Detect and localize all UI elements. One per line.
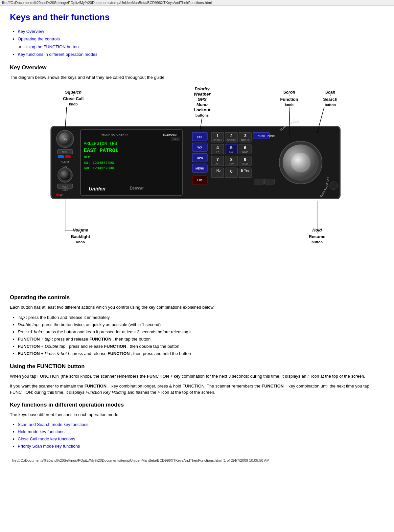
modes-intro: The keys have different functions in eac… (10, 411, 384, 418)
svg-text:button: button (311, 240, 322, 244)
svg-text:Squelch: Squelch (65, 90, 81, 95)
list-item-priority-scan: Priority Scan mode key functions (18, 443, 384, 450)
svg-text:Scan: Scan (325, 90, 335, 95)
svg-text:SRCH 2: SRCH 2 (227, 139, 236, 141)
svg-text:PUSH: PUSH (62, 186, 68, 188)
svg-rect-8 (65, 155, 71, 158)
svg-text:8: 8 (230, 157, 232, 162)
footer-text: file:///C:/Documents%20and%20Settings/PO… (12, 458, 269, 462)
toc-item-operating: Operating the controls Using the FUNCTIO… (18, 35, 384, 51)
svg-text:Priority: Priority (195, 86, 210, 91)
svg-text:Menu: Menu (197, 102, 208, 107)
toc-item-modes: Key functions in different operation mod… (18, 51, 384, 58)
svg-text:Function: Function (280, 97, 298, 102)
svg-text:. No: . No (214, 169, 220, 172)
svg-text:1: 1 (216, 133, 219, 138)
footer-bar: file:///C:/Documents%20and%20Settings/PO… (10, 457, 384, 464)
svg-text:ATT: ATT (215, 163, 220, 165)
list-item-close-call: Close Call mode key functions (18, 435, 384, 443)
svg-text:TRUNKTRACKER IV: TRUNKTRACKER IV (100, 133, 128, 136)
svg-text:ALERT: ALERT (61, 160, 69, 163)
toc-link-function[interactable]: Using the FUNCTION button (24, 44, 79, 49)
list-item-hold: Hold mode key functions (18, 428, 384, 435)
list-item-tap: Tap : press the button and release it im… (18, 314, 384, 321)
page-title: Keys and their functions (10, 12, 384, 22)
list-item-func-press-hold: FUNCTION + Press & hold : press and rele… (18, 350, 384, 357)
svg-text:ARLINGTON TRS: ARLINGTON TRS (84, 141, 117, 146)
toc-sublist: Using the FUNCTION button (18, 43, 384, 51)
svg-text:9: 9 (244, 157, 246, 162)
svg-point-12 (60, 170, 70, 180)
function-para2: If you want the scanner to maintain the … (10, 383, 384, 396)
list-item-func-tap: FUNCTION + tap : press and release FUNCT… (18, 336, 384, 343)
svg-text:Backlight: Backlight (71, 234, 90, 239)
svg-text:DISP: DISP (242, 151, 248, 153)
toc-item-keyoverview: Key Overview (18, 28, 384, 35)
svg-text:OFF: OFF (59, 194, 64, 196)
svg-text:SO: 1234567890: SO: 1234567890 (84, 161, 114, 165)
operating-list: Tap : press the button and release it im… (10, 314, 384, 358)
svg-rect-82 (254, 179, 264, 184)
svg-text:GPS: GPS (197, 97, 207, 102)
svg-point-80 (291, 153, 311, 172)
svg-text:L/O: L/O (197, 179, 202, 182)
page-content: Keys and their functions Key Overview Op… (0, 6, 394, 477)
section-heading-operating: Operating the controls (10, 294, 384, 301)
svg-text:EAST PATROL: EAST PATROL (84, 148, 119, 154)
svg-text:SRCH 1: SRCH 1 (213, 139, 222, 141)
svg-text:Bearcat: Bearcat (130, 186, 144, 190)
svg-text:FUNC: FUNC (267, 135, 274, 138)
svg-text:PUSH: PUSH (62, 151, 68, 153)
svg-text:knob: knob (76, 240, 85, 244)
list-item-func-double-tap: FUNCTION + Double tap : press and releas… (18, 343, 384, 350)
svg-text:Resume: Resume (309, 234, 325, 239)
svg-text:LVL: LVL (229, 151, 233, 153)
svg-point-81 (330, 182, 337, 189)
toc-link-keyoverview[interactable]: Key Overview (18, 29, 44, 34)
svg-text:Search: Search (323, 97, 337, 102)
svg-text:GPS: GPS (173, 138, 178, 141)
toc-link-operating[interactable]: Operating the controls (18, 36, 60, 41)
toc-link-modes[interactable]: Key functions in different operation mod… (18, 52, 98, 57)
toc-subitem-function: Using the FUNCTION button (24, 43, 384, 51)
svg-text:Weather: Weather (194, 92, 211, 97)
link-close-call[interactable]: Close Call mode key functions (18, 436, 75, 441)
svg-text:5: 5 (230, 145, 232, 150)
list-item-double-tap: Double tap : press the button twice, as … (18, 321, 384, 328)
svg-text:LIGHT: LIGHT (61, 189, 68, 191)
scanner-diagram: SQ SQ PUSH ALERT VOL PUSH LIGHT OFF (41, 84, 353, 288)
svg-text:knob: knob (285, 103, 293, 107)
toc-list: Key Overview Operating the controls Usin… (10, 28, 384, 58)
svg-text:3: 3 (244, 133, 246, 138)
svg-text:NFM: NFM (84, 155, 90, 159)
svg-text:Lockout: Lockout (194, 107, 210, 112)
svg-text:SRCH 3: SRCH 3 (241, 139, 249, 141)
svg-text:PUSH: PUSH (257, 135, 265, 138)
svg-text:knob: knob (69, 102, 78, 106)
svg-text:4: 4 (216, 145, 219, 150)
svg-text:GRP 1234567890: GRP 1234567890 (84, 166, 114, 170)
svg-text:0: 0 (230, 169, 232, 174)
keyoverview-intro: The diagram below shows the keys and wha… (10, 74, 384, 81)
svg-text:SQ: SQ (63, 138, 67, 141)
link-scan-search[interactable]: Scan and Search mode key functions (18, 422, 88, 427)
section-heading-keyoverview: Key Overview (10, 64, 384, 71)
link-priority-scan[interactable]: Priority Scan mode key functions (18, 444, 80, 449)
list-item-scan-search: Scan and Search mode key functions (18, 421, 384, 428)
link-hold[interactable]: Hold mode key functions (18, 429, 64, 434)
svg-text:MOD: MOD (242, 163, 247, 165)
svg-text:button: button (324, 103, 336, 107)
svg-text:PRI: PRI (197, 135, 202, 139)
svg-text:BCD996XT: BCD996XT (163, 133, 178, 136)
svg-text:7: 7 (216, 157, 219, 162)
svg-text:E Yes: E Yes (241, 169, 249, 172)
operating-intro: Each button has at least two different a… (10, 304, 384, 311)
svg-text:GPS: GPS (197, 156, 203, 160)
svg-rect-7 (58, 155, 64, 158)
section-heading-modes: Key functions in different operation mod… (10, 402, 384, 408)
list-item-press-hold: Press & hold : press the button and keep… (18, 328, 384, 336)
section-heading-function: Using the FUNCTION button (10, 363, 384, 370)
svg-text:buttons: buttons (195, 113, 208, 117)
svg-text:2: 2 (230, 133, 232, 138)
url-text: file:///C:/Documents%20and%20Settings/PO… (2, 1, 212, 5)
